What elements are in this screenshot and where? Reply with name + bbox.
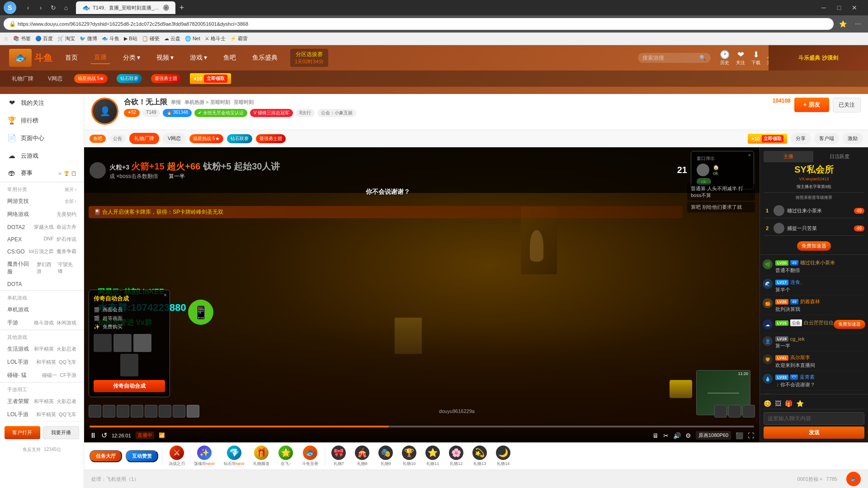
sidebar-other2[interactable]: 碰碰· 猛 碰磁一 CF手游 (0, 369, 84, 382)
refresh-stream-btn[interactable]: ↺ (101, 431, 107, 440)
nav-home[interactable]: 首页 (61, 52, 81, 64)
search-input[interactable] (642, 55, 697, 61)
gift-item-13[interactable]: 💫 礼物13 (470, 444, 490, 469)
theater-icon[interactable]: ⬛ (736, 432, 743, 439)
new-tab-button[interactable]: + (175, 1, 188, 14)
share-btn[interactable]: 分享 (791, 133, 811, 144)
gift-item-4[interactable]: 🎁 礼物频道 (250, 444, 272, 469)
hs-label[interactable]: 炉石传说 (57, 236, 76, 243)
bookmark-4[interactable]: 🐟 斗鱼 (102, 35, 119, 42)
quality-button[interactable]: 原画1080P60 (696, 431, 731, 440)
nav-festival[interactable]: 鱼乐盛典 (249, 52, 281, 64)
qqfc-label[interactable]: QQ飞车 (59, 359, 76, 366)
bookmark-7[interactable]: ☁ 云盘 (164, 35, 180, 42)
gift-item-11[interactable]: ⭐ 礼物11 (423, 444, 443, 469)
gift-item-1[interactable]: ⚔ 决战之刃 (166, 444, 188, 469)
swxf-label[interactable]: 守望先锋 (58, 261, 76, 275)
gift-chat-icon[interactable]: 🎁 (785, 400, 793, 407)
gift-item-14[interactable]: 🌙 礼物14 (493, 444, 513, 469)
screen-record-icon[interactable]: 🖥 (652, 432, 659, 439)
chat-input-field[interactable] (764, 412, 864, 425)
interact-btn[interactable]: 互动赞赏 (126, 450, 158, 462)
yyrz-label[interactable]: 火影忍者 (57, 346, 76, 352)
report-btn[interactable]: 举报 (171, 99, 181, 106)
gift-item-2[interactable]: ✨ 荡魂符NEW (191, 444, 217, 469)
hpjy-label[interactable]: 和平精英 (34, 346, 54, 352)
sidebar-wzry[interactable]: 王者荣耀 和平精英 火影忍者 (0, 395, 84, 408)
bookmark-10[interactable]: ⚡ 霸雷 (230, 35, 248, 42)
sidebar-dota2[interactable]: DOTA2 穿越火线 命运方舟 (0, 221, 84, 233)
sidebar-csgo[interactable]: CS:GO lol云顶之弈 魔兽争霸 (0, 245, 84, 258)
reload-button[interactable]: ↻ (47, 1, 60, 14)
bookmark-9[interactable]: ⚔ 格斗士 (205, 35, 226, 42)
tab-host[interactable]: 主播 (764, 151, 813, 162)
history-icon-btn[interactable]: 🕐 历史 (720, 50, 730, 66)
gift-item-5[interactable]: 🌟 在飞↑ (276, 444, 296, 469)
home-button[interactable]: ⌂ (60, 1, 72, 14)
gift-item-12[interactable]: 🌸 礼物12 (446, 444, 466, 469)
boost-btn[interactable]: 免费加速器 (797, 241, 831, 251)
pc1-label[interactable]: 碰磁一 (42, 372, 57, 379)
download-icon-btn[interactable]: ⬇ 下载 (751, 50, 760, 66)
esports-sub3[interactable]: 📋 (71, 171, 76, 176)
emoji-icon[interactable]: 😊 (764, 400, 771, 407)
now-btn[interactable]: 立即领取 (204, 75, 227, 83)
wz-label[interactable]: 魔兽争霸 (57, 248, 76, 255)
sidebar-page-center[interactable]: 📄 页面中心 (0, 129, 84, 147)
lol2-qq[interactable]: QQ飞车 (59, 411, 76, 418)
esports-sub2[interactable]: 🏆 (64, 171, 69, 176)
wzry-yyrz[interactable]: 火影忍者 (57, 398, 76, 405)
image-icon[interactable]: 🖼 (775, 400, 781, 407)
sidebar-wow[interactable]: 魔兽仆回服 梦幻西游 守望先锋 (0, 258, 84, 278)
progress-bar[interactable] (90, 426, 754, 427)
cfr-label[interactable]: 穿越火线 (34, 224, 54, 230)
video-container[interactable]: 火粒+3 火箭+15 超火+66 钛粉+5 起始30人讲 成 ×boss击杀数翻… (84, 147, 760, 442)
close-window-button[interactable]: ✕ (848, 1, 861, 14)
gift-item-10[interactable]: 🏆 礼物10 (399, 444, 419, 469)
sidebar-lol2[interactable]: LOL手游 和平精英 QQ飞车 (0, 408, 84, 421)
subnav-strong[interactable]: 最强勇士团 (151, 74, 181, 83)
sidebar-ranking[interactable]: 🏆 排行榜 (0, 112, 84, 129)
gift-item-9[interactable]: 🎭 礼物9 (376, 444, 396, 469)
lol2-hp[interactable]: 和平精英 (36, 411, 56, 418)
sidebar-pc-esports[interactable]: 网游竞技 全部 › (0, 195, 84, 208)
sidebar-dota[interactable]: DOTA (0, 278, 84, 290)
sidebar-mobile1[interactable]: 手游 格斗游戏 休闲游戏 (0, 316, 84, 329)
maximize-button[interactable]: □ (833, 1, 845, 14)
subnav-network[interactable]: V网恋 (45, 73, 65, 84)
bookmark-1[interactable]: 🔵 百度 (35, 35, 53, 42)
already-follow-btn[interactable]: 已关注 (833, 98, 861, 113)
subnav-gift[interactable]: 礼物厂牌 (9, 73, 36, 84)
subnav-challenge[interactable]: 福星挑战 5★ (74, 74, 108, 83)
wuweiliyue[interactable]: 无畏契约 (57, 211, 76, 218)
bookmark-button[interactable]: ⋯ (852, 18, 864, 30)
reward-btn[interactable]: 激励 (843, 133, 863, 144)
bookmark-8[interactable]: 🌐 Net (185, 36, 200, 42)
follow-icon-btn[interactable]: ❤ 关注 (736, 50, 745, 66)
settings-ctrl-icon[interactable]: ⚙ (685, 432, 691, 439)
star-icon[interactable]: ⭐ (796, 400, 804, 407)
expand-icon[interactable]: 展开 › (65, 187, 76, 193)
esports-sub1[interactable]: ⚔ (58, 171, 62, 176)
bookmark-3[interactable]: 🐦 微博 (80, 35, 97, 42)
wzry-hp[interactable]: 和平精英 (34, 398, 54, 405)
sidebar-my-follow[interactable]: ❤ 我的关注 (0, 94, 84, 112)
tab-close-button[interactable]: × (163, 5, 169, 11)
gdyx-label[interactable]: 格斗游戏 (34, 319, 54, 326)
gift-item-6[interactable]: 🐟 斗鱼至善 (299, 444, 321, 469)
fullscreen-icon[interactable]: ⛶ (748, 432, 754, 439)
sidebar-lol-mobile[interactable]: LOL手游 和平精英 QQ飞车 (0, 356, 84, 369)
gift-item-3[interactable]: 💎 钻石符NEW (221, 444, 247, 469)
volume-icon[interactable]: 🔊 (673, 432, 681, 439)
nav-category[interactable]: 分类 (119, 52, 144, 64)
nav-competition[interactable]: 分区选拔赛 1天02时34分 (290, 49, 328, 67)
tab-fans[interactable]: 日活跃度 (815, 151, 865, 162)
diamond-league-btn[interactable]: 钻石联赛 (227, 134, 252, 143)
sidebar-cloud-game[interactable]: ☁ 云游戏 (0, 147, 84, 164)
search-icon[interactable]: 🔍 (699, 55, 706, 61)
mmf-label[interactable]: 命运方舟 (57, 224, 76, 230)
sidebar-single[interactable]: 单机游戏 (0, 303, 84, 316)
active-tab[interactable]: 🐟 T149、直播_至暗时刻直播_斗鱼 × (76, 1, 175, 14)
mhxy-label[interactable]: 梦幻西游 (37, 261, 55, 275)
free-accelerator-btn[interactable]: 免费加速器 (834, 320, 865, 329)
